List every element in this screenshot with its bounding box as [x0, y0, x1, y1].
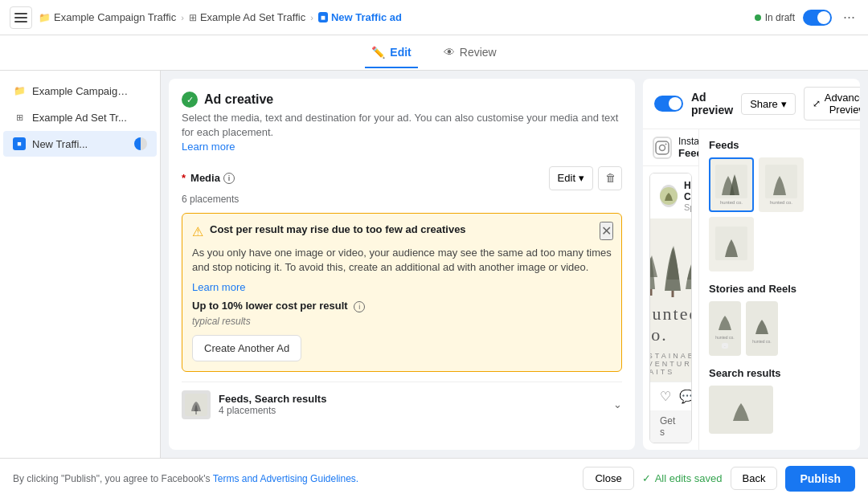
insta-card-header: Hunted Co. Sponsored ··· [650, 173, 691, 218]
content-area: ✓ Ad creative Select the media, text and… [161, 71, 868, 458]
saved-indicator: ✓ All edits saved [642, 472, 723, 484]
feeds-info: Feeds, Search results 4 placements [219, 393, 605, 416]
main-layout: 📁 Example Campaign ... ··· ⊞ Example Ad … [0, 71, 868, 458]
status-dot [755, 14, 761, 21]
instagram-logo-icon [653, 137, 672, 159]
story-thumb-1[interactable]: hunted co. - [709, 301, 741, 356]
edit-chevron-icon: ▾ [579, 172, 584, 184]
section-learn-more[interactable]: Learn more [182, 141, 235, 153]
tab-edit[interactable]: ✏️ Edit [365, 38, 417, 68]
advanced-preview-btn[interactable]: ⤢ Advanced Preview [804, 87, 860, 120]
instagram-mockup: Instagram Feed [643, 129, 699, 450]
adset-icon: ⊞ [189, 12, 197, 23]
preview-header: Ad preview Share ▾ ⤢ Advanced Preview [643, 79, 860, 129]
warning-triangle-icon: ⚠ [192, 224, 203, 239]
story-thumb-2[interactable]: hunted co. [746, 301, 778, 356]
feeds-thumb [182, 390, 211, 419]
share-chevron-icon: ▾ [781, 98, 787, 110]
insta-card-wrapper: Hunted Co. Sponsored ··· [643, 166, 698, 450]
breadcrumb-sep-1: › [181, 13, 184, 22]
folder-icon: 📁 [39, 12, 51, 23]
half-circle-icon [134, 137, 147, 150]
draft-toggle[interactable] [803, 10, 832, 26]
preview-label: Ad preview [691, 91, 733, 116]
section-header: ✓ Ad creative [182, 92, 622, 108]
svg-point-7 [665, 143, 667, 145]
insta-card: Hunted Co. Sponsored ··· [649, 173, 692, 443]
create-another-btn[interactable]: Create Another Ad [192, 335, 301, 361]
breadcrumb-sep-2: › [310, 13, 313, 22]
preview-toggle-btn[interactable] [654, 96, 683, 112]
warning-box: ✕ ⚠ Cost per result may rise due to too … [182, 213, 622, 372]
sidebar-toggle-btn[interactable] [10, 6, 32, 29]
saved-check-icon: ✓ [642, 472, 651, 484]
highlight-info-icon[interactable]: i [354, 301, 365, 312]
feed-thumb-1[interactable]: hunted co. [709, 157, 754, 212]
feeds-thumbnails: hunted co. hunted co. [709, 157, 850, 271]
insta-user-info: Hunted Co. Sponsored [684, 180, 692, 212]
review-icon: 👁 [444, 46, 455, 59]
insta-header: Instagram Feed [643, 129, 698, 166]
media-placements-count: 6 placements [182, 194, 622, 205]
warning-learn-more[interactable]: Learn more [192, 281, 245, 293]
adset-grid-icon: ⊞ [13, 112, 26, 123]
close-btn[interactable]: Close [583, 467, 633, 490]
warning-highlight-text: Up to 10% lower cost per result i [192, 300, 612, 312]
warning-header: ⚠ Cost per result may rise due to too fe… [192, 223, 612, 239]
feeds-row[interactable]: Feeds, Search results 4 placements ⌄ [182, 382, 622, 427]
feeds-chevron-icon[interactable]: ⌄ [613, 398, 622, 410]
stories-section-title: Stories and Reels [709, 283, 850, 295]
insta-cta: Get s [650, 410, 691, 443]
trash-icon: 🗑 [605, 172, 616, 184]
terms-link[interactable]: Terms and Advertising Guidelines. [213, 473, 358, 484]
search-section-title: Search results [709, 367, 850, 379]
publish-btn[interactable]: Publish [785, 466, 855, 492]
svg-rect-2 [14, 21, 27, 22]
warning-close-btn[interactable]: ✕ [600, 222, 613, 240]
insta-feed-label: Instagram Feed [678, 136, 699, 159]
check-circle-icon: ✓ [182, 92, 198, 108]
sidebar-item-newad[interactable]: ■ New Traffi... ··· [3, 131, 157, 157]
share-btn[interactable]: Share ▾ [741, 93, 796, 115]
breadcrumb-campaign[interactable]: 📁 Example Campaign Traffic [39, 11, 176, 23]
svg-rect-0 [14, 13, 27, 14]
feeds-section-title: Feeds [709, 139, 850, 151]
preview-sidebar: Feeds hunted co. [699, 129, 860, 450]
media-actions: Edit ▾ 🗑 [549, 166, 622, 190]
search-thumb-1[interactable] [709, 386, 773, 434]
like-icon[interactable]: ♡ [660, 389, 671, 404]
required-star: * [182, 172, 186, 184]
breadcrumb-ad[interactable]: ■ New Traffic ad [318, 11, 402, 23]
campaign-folder-icon: 📁 [13, 85, 26, 96]
expand-icon: ⤢ [813, 98, 821, 109]
more-options-btn[interactable]: ··· [840, 9, 858, 26]
breadcrumb: 📁 Example Campaign Traffic › ⊞ Example A… [39, 11, 748, 23]
feed-thumb-3[interactable] [709, 217, 754, 271]
ad-item-right: ··· [121, 137, 147, 150]
media-row: * Media i Edit ▾ 🗑 [182, 166, 622, 190]
breadcrumb-adset[interactable]: ⊞ Example Ad Set Traffic [189, 11, 305, 23]
tab-bar: ✏️ Edit 👁 Review [0, 35, 868, 71]
feed-thumb-2[interactable]: hunted co. [759, 157, 804, 212]
media-info-icon[interactable]: i [223, 173, 235, 184]
section-desc: Select the media, text and destination f… [182, 111, 622, 155]
media-delete-btn[interactable]: 🗑 [598, 166, 622, 190]
tab-review[interactable]: 👁 Review [437, 38, 503, 68]
top-nav: 📁 Example Campaign Traffic › ⊞ Example A… [0, 0, 868, 35]
right-panel: Ad preview Share ▾ ⤢ Advanced Preview [643, 79, 860, 450]
bottom-bar: By clicking "Publish", you agree to Face… [0, 458, 868, 498]
nav-right: In draft ··· [755, 9, 858, 26]
warning-body: As you only have one image or video, you… [192, 246, 612, 275]
sidebar-item-campaign[interactable]: 📁 Example Campaign ... ··· [3, 78, 157, 104]
search-thumbnails [709, 386, 850, 434]
svg-rect-5 [656, 141, 669, 154]
comment-icon[interactable]: 💬 [679, 389, 692, 404]
left-panel: ✓ Ad creative Select the media, text and… [169, 79, 635, 450]
sidebar-item-adset[interactable]: ⊞ Example Ad Set Tr... ··· [3, 104, 157, 130]
back-btn[interactable]: Back [731, 467, 778, 490]
edit-icon: ✏️ [371, 46, 385, 59]
insta-avatar [660, 185, 678, 207]
stories-thumbnails: hunted co. - hunted co. [709, 301, 850, 356]
warning-title: Cost per result may rise due to too few … [210, 223, 466, 235]
media-edit-btn[interactable]: Edit ▾ [549, 166, 593, 190]
